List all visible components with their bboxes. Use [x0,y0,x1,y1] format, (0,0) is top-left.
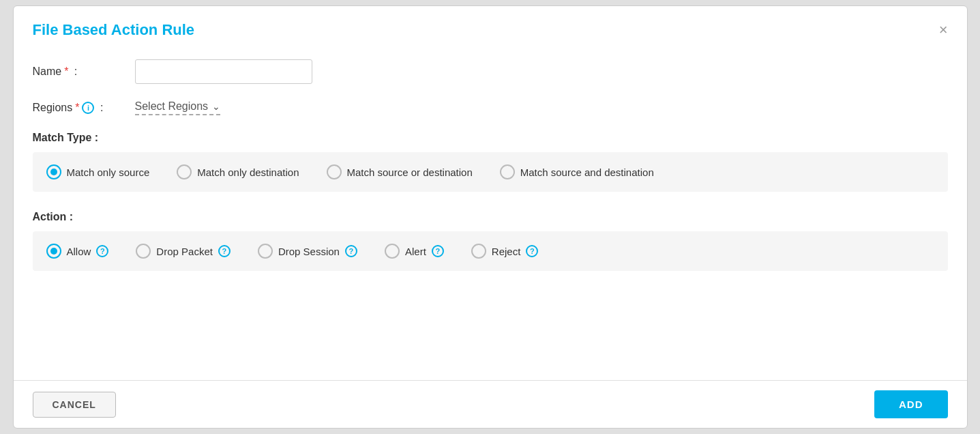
cancel-button[interactable]: CANCEL [33,392,116,418]
match-source-or-destination-radio[interactable] [327,164,342,179]
match-source-and-destination-radio[interactable] [500,164,515,179]
dialog-header: File Based Action Rule × [14,6,967,46]
match-only-destination-label: Match only destination [197,167,299,178]
match-type-radio-group: Match only source Match only destination… [33,152,948,192]
match-source-or-destination-label: Match source or destination [347,167,473,178]
drop-session-option[interactable]: Drop Session ? [258,244,357,259]
add-button[interactable]: ADD [874,390,948,418]
action-section: Action : Allow ? Drop Packet ? [33,211,948,271]
match-source-or-destination-option[interactable]: Match source or destination [327,164,473,179]
alert-label: Alert [405,246,426,257]
drop-packet-help-icon[interactable]: ? [218,245,231,257]
match-only-source-radio-inner [50,169,57,175]
drop-packet-radio[interactable] [136,244,151,259]
close-icon[interactable]: × [939,23,948,38]
reject-radio[interactable] [471,244,486,259]
reject-option[interactable]: Reject ? [471,244,539,259]
alert-option[interactable]: Alert ? [385,244,444,259]
allow-radio-inner [50,248,57,255]
match-source-and-destination-option[interactable]: Match source and destination [500,164,654,179]
allow-option[interactable]: Allow ? [46,244,109,259]
dialog-title: File Based Action Rule [33,21,195,39]
alert-help-icon[interactable]: ? [432,245,444,257]
regions-dropdown-text: Select Regions [135,100,209,113]
drop-session-label: Drop Session [278,246,340,257]
chevron-down-icon: ⌄ [212,101,220,112]
match-only-destination-radio[interactable] [177,164,192,179]
regions-dropdown[interactable]: Select Regions ⌄ [135,100,221,115]
allow-label: Allow [67,246,91,257]
allow-help-icon[interactable]: ? [96,245,108,257]
match-only-source-option[interactable]: Match only source [46,164,150,179]
match-type-label: Match Type : [33,132,948,144]
regions-row: Regions* i : Select Regions ⌄ [33,100,948,115]
file-based-action-rule-dialog: File Based Action Rule × Name* : Regions… [13,5,968,429]
name-row: Name* : [33,59,948,84]
reject-label: Reject [492,246,521,257]
drop-packet-label: Drop Packet [156,246,213,257]
action-label: Action : [33,211,948,223]
name-label: Name* : [33,66,135,78]
match-type-section: Match Type : Match only source Match onl… [33,132,948,192]
match-source-and-destination-label: Match source and destination [520,167,654,178]
regions-label: Regions* i : [33,102,135,114]
dialog-body: Name* : Regions* i : Select Regions ⌄ Ma… [14,46,967,380]
reject-help-icon[interactable]: ? [526,245,538,257]
name-input[interactable] [135,59,312,84]
alert-radio[interactable] [385,244,400,259]
dialog-footer: CANCEL ADD [14,380,967,428]
drop-session-help-icon[interactable]: ? [345,245,357,257]
action-radio-group: Allow ? Drop Packet ? Drop Session ? [33,231,948,271]
drop-session-radio[interactable] [258,244,273,259]
drop-packet-option[interactable]: Drop Packet ? [136,244,231,259]
match-only-source-label: Match only source [67,167,150,178]
match-only-destination-option[interactable]: Match only destination [177,164,299,179]
allow-radio[interactable] [46,244,61,259]
match-only-source-radio[interactable] [46,164,61,179]
regions-info-icon[interactable]: i [82,102,94,114]
